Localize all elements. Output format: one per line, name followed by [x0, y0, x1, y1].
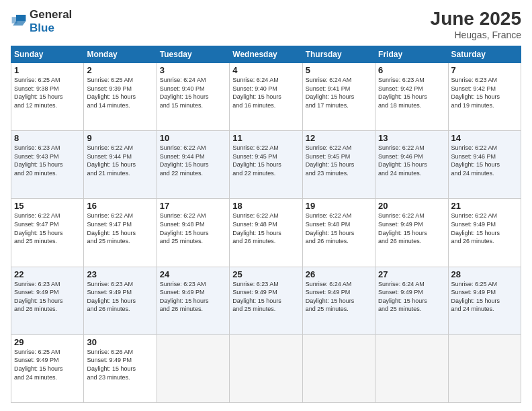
day-number: 3 — [160, 65, 226, 75]
calendar-cell: 20Sunrise: 6:22 AMSunset: 9:49 PMDayligh… — [375, 199, 448, 267]
day-info: Sunrise: 6:25 AMSunset: 9:39 PMDaylight:… — [87, 77, 136, 109]
calendar-cell: 8Sunrise: 6:23 AMSunset: 9:43 PMDaylight… — [11, 131, 84, 199]
calendar-cell — [375, 334, 448, 402]
day-info: Sunrise: 6:23 AMSunset: 9:49 PMDaylight:… — [232, 281, 281, 313]
day-info: Sunrise: 6:24 AMSunset: 9:40 PMDaylight:… — [232, 77, 281, 109]
day-info: Sunrise: 6:22 AMSunset: 9:45 PMDaylight:… — [306, 144, 355, 177]
calendar-cell: 24Sunrise: 6:23 AMSunset: 9:49 PMDayligh… — [157, 267, 229, 334]
logo-blue: Blue — [30, 21, 54, 34]
day-number: 13 — [378, 133, 445, 143]
day-info: Sunrise: 6:22 AMSunset: 9:49 PMDaylight:… — [451, 212, 500, 244]
calendar-cell: 11Sunrise: 6:22 AMSunset: 9:45 PMDayligh… — [230, 131, 302, 199]
calendar-cell: 23Sunrise: 6:23 AMSunset: 9:49 PMDayligh… — [84, 267, 157, 334]
day-info: Sunrise: 6:25 AMSunset: 9:38 PMDaylight:… — [14, 77, 63, 109]
header: General Blue June 2025 Heugas, France — [11, 8, 521, 40]
day-info: Sunrise: 6:22 AMSunset: 9:46 PMDaylight:… — [378, 144, 427, 177]
day-number: 30 — [87, 337, 153, 347]
col-header-sunday: Sunday — [11, 46, 84, 63]
location: Heugas, France — [431, 30, 521, 40]
day-number: 23 — [87, 269, 153, 279]
day-info: Sunrise: 6:23 AMSunset: 9:42 PMDaylight:… — [378, 77, 427, 109]
day-info: Sunrise: 6:22 AMSunset: 9:48 PMDaylight:… — [160, 212, 209, 244]
svg-marker-2 — [12, 17, 17, 24]
day-info: Sunrise: 6:22 AMSunset: 9:44 PMDaylight:… — [87, 144, 136, 177]
col-header-saturday: Saturday — [448, 46, 521, 63]
day-info: Sunrise: 6:22 AMSunset: 9:46 PMDaylight:… — [451, 144, 500, 177]
day-info: Sunrise: 6:26 AMSunset: 9:49 PMDaylight:… — [87, 349, 136, 381]
col-header-tuesday: Tuesday — [157, 46, 229, 63]
day-number: 22 — [14, 269, 81, 279]
day-number: 28 — [451, 269, 518, 279]
day-info: Sunrise: 6:24 AMSunset: 9:49 PMDaylight:… — [306, 281, 355, 313]
day-info: Sunrise: 6:22 AMSunset: 9:49 PMDaylight:… — [378, 212, 427, 244]
calendar-cell: 27Sunrise: 6:24 AMSunset: 9:49 PMDayligh… — [375, 267, 448, 334]
svg-marker-0 — [16, 15, 26, 21]
calendar-cell: 22Sunrise: 6:23 AMSunset: 9:49 PMDayligh… — [11, 267, 84, 334]
day-number: 21 — [451, 201, 518, 211]
day-info: Sunrise: 6:24 AMSunset: 9:40 PMDaylight:… — [160, 77, 209, 109]
calendar-cell: 4Sunrise: 6:24 AMSunset: 9:40 PMDaylight… — [230, 63, 302, 131]
calendar-cell: 9Sunrise: 6:22 AMSunset: 9:44 PMDaylight… — [84, 131, 157, 199]
day-number: 14 — [451, 133, 518, 143]
day-info: Sunrise: 6:22 AMSunset: 9:45 PMDaylight:… — [232, 144, 281, 177]
day-number: 27 — [378, 269, 445, 279]
day-number: 6 — [378, 65, 445, 75]
logo: General Blue — [11, 8, 72, 35]
day-info: Sunrise: 6:22 AMSunset: 9:48 PMDaylight:… — [232, 212, 281, 244]
day-number: 7 — [451, 65, 518, 75]
day-info: Sunrise: 6:23 AMSunset: 9:49 PMDaylight:… — [160, 281, 209, 313]
day-number: 17 — [160, 201, 226, 211]
calendar-cell: 18Sunrise: 6:22 AMSunset: 9:48 PMDayligh… — [230, 199, 302, 267]
calendar-cell — [157, 334, 229, 402]
day-number: 26 — [306, 269, 372, 279]
calendar-cell: 15Sunrise: 6:22 AMSunset: 9:47 PMDayligh… — [11, 199, 84, 267]
calendar-cell: 2Sunrise: 6:25 AMSunset: 9:39 PMDaylight… — [84, 63, 157, 131]
col-header-wednesday: Wednesday — [230, 46, 302, 63]
logo-general: General — [30, 8, 72, 21]
day-number: 18 — [232, 201, 299, 211]
day-number: 19 — [306, 201, 372, 211]
day-number: 5 — [306, 65, 372, 75]
calendar-cell: 26Sunrise: 6:24 AMSunset: 9:49 PMDayligh… — [302, 267, 375, 334]
calendar-cell: 10Sunrise: 6:22 AMSunset: 9:44 PMDayligh… — [157, 131, 229, 199]
day-info: Sunrise: 6:23 AMSunset: 9:49 PMDaylight:… — [14, 281, 63, 313]
col-header-friday: Friday — [375, 46, 448, 63]
day-info: Sunrise: 6:22 AMSunset: 9:48 PMDaylight:… — [306, 212, 355, 244]
day-number: 2 — [87, 65, 153, 75]
day-info: Sunrise: 6:24 AMSunset: 9:41 PMDaylight:… — [306, 77, 355, 109]
day-info: Sunrise: 6:23 AMSunset: 9:43 PMDaylight:… — [14, 144, 63, 177]
logo-icon — [11, 13, 27, 27]
day-info: Sunrise: 6:25 AMSunset: 9:49 PMDaylight:… — [451, 281, 500, 313]
day-number: 1 — [14, 65, 81, 75]
logo-text: General Blue — [30, 8, 72, 35]
day-number: 15 — [14, 201, 81, 211]
day-number: 12 — [306, 133, 372, 143]
title-block: June 2025 Heugas, France — [431, 8, 521, 40]
calendar-table: SundayMondayTuesdayWednesdayThursdayFrid… — [11, 46, 521, 403]
day-number: 4 — [232, 65, 299, 75]
calendar-cell: 29Sunrise: 6:25 AMSunset: 9:49 PMDayligh… — [11, 334, 84, 402]
month-title: June 2025 — [431, 8, 521, 30]
day-number: 11 — [232, 133, 299, 143]
col-header-monday: Monday — [84, 46, 157, 63]
calendar-cell: 19Sunrise: 6:22 AMSunset: 9:48 PMDayligh… — [302, 199, 375, 267]
calendar-cell: 13Sunrise: 6:22 AMSunset: 9:46 PMDayligh… — [375, 131, 448, 199]
calendar-cell: 21Sunrise: 6:22 AMSunset: 9:49 PMDayligh… — [448, 199, 521, 267]
day-info: Sunrise: 6:22 AMSunset: 9:44 PMDaylight:… — [160, 144, 209, 177]
day-number: 10 — [160, 133, 226, 143]
calendar-cell: 14Sunrise: 6:22 AMSunset: 9:46 PMDayligh… — [448, 131, 521, 199]
calendar-cell: 3Sunrise: 6:24 AMSunset: 9:40 PMDaylight… — [157, 63, 229, 131]
day-number: 16 — [87, 201, 153, 211]
day-info: Sunrise: 6:23 AMSunset: 9:42 PMDaylight:… — [451, 77, 500, 109]
calendar-cell: 12Sunrise: 6:22 AMSunset: 9:45 PMDayligh… — [302, 131, 375, 199]
day-number: 8 — [14, 133, 81, 143]
calendar-cell — [302, 334, 375, 402]
calendar-cell — [230, 334, 302, 402]
day-info: Sunrise: 6:24 AMSunset: 9:49 PMDaylight:… — [378, 281, 427, 313]
day-number: 24 — [160, 269, 226, 279]
day-info: Sunrise: 6:23 AMSunset: 9:49 PMDaylight:… — [87, 281, 136, 313]
calendar-cell: 7Sunrise: 6:23 AMSunset: 9:42 PMDaylight… — [448, 63, 521, 131]
calendar-cell: 6Sunrise: 6:23 AMSunset: 9:42 PMDaylight… — [375, 63, 448, 131]
calendar-cell: 25Sunrise: 6:23 AMSunset: 9:49 PMDayligh… — [230, 267, 302, 334]
day-number: 29 — [14, 337, 81, 347]
